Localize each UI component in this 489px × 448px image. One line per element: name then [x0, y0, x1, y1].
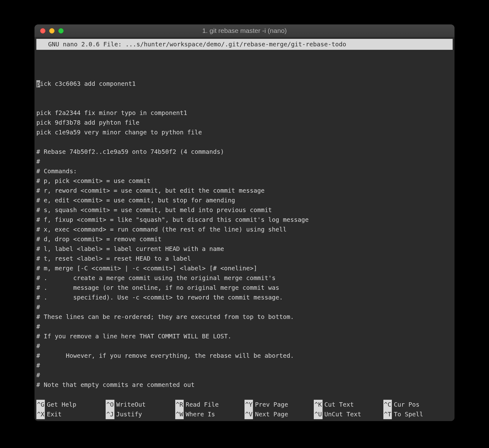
shortcut-label: Justify	[114, 409, 142, 419]
close-icon[interactable]	[40, 28, 45, 34]
editor-line[interactable]: # However, if you remove everything, the…	[36, 351, 453, 361]
editor-line[interactable]: # . message (or the oneline, if no origi…	[36, 283, 453, 293]
shortcut-key: ^G	[36, 400, 45, 409]
editor-line[interactable]: pick c1e9a59 very minor change to python…	[36, 128, 453, 137]
editor-line[interactable]: # p, pick <commit> = use commit	[36, 176, 453, 186]
shortcut-key: ^Y	[244, 400, 253, 409]
shortcut-key: ^V	[244, 409, 253, 419]
shortcut-label: Exit	[45, 409, 61, 419]
editor-line[interactable]: # d, drop <commit> = remove commit	[36, 234, 453, 244]
shortcut-item: ^KCut Text	[314, 400, 383, 409]
terminal-area[interactable]: GNU nano 2.0.6 File: ...s/hunter/workspa…	[34, 39, 455, 421]
terminal-window: 1. git rebase master -i (nano) GNU nano …	[34, 24, 455, 421]
shortcut-key: ^J	[106, 409, 114, 419]
shortcut-label: WriteOut	[114, 400, 146, 409]
titlebar: 1. git rebase master -i (nano)	[34, 24, 455, 37]
minimize-icon[interactable]	[49, 28, 55, 34]
editor-line[interactable]: #	[36, 157, 453, 166]
editor-line[interactable]: # Commands:	[36, 166, 453, 176]
shortcut-label: UnCut Text	[323, 409, 361, 419]
editor-line-1-rest: ick c3c6063 add component1	[40, 80, 136, 87]
shortcut-item: ^CCur Pos	[383, 400, 453, 409]
editor-line[interactable]: # m, merge [-C <commit> | -c <commit>] <…	[36, 263, 453, 273]
shortcut-label: Cur Pos	[392, 400, 419, 409]
shortcut-label: Next Page	[253, 409, 288, 419]
shortcut-item: ^VNext Page	[244, 409, 314, 419]
shortcut-key: ^U	[314, 409, 322, 419]
editor-line[interactable]: pick f2a2344 fix minor typo in component…	[36, 108, 453, 118]
shortcut-key: ^W	[175, 409, 184, 419]
editor-line[interactable]: # . specified). Use -c <commit> to rewor…	[36, 293, 453, 302]
shortcut-label: Prev Page	[253, 400, 288, 409]
shortcut-label: Cut Text	[323, 400, 354, 409]
shortcut-item: ^JJustify	[106, 409, 175, 419]
shortcut-key: ^X	[36, 409, 45, 419]
shortcut-key: ^T	[383, 409, 392, 419]
editor-line[interactable]: # These lines can be re-ordered; they ar…	[36, 312, 453, 322]
editor-line[interactable]: pick 9df3b78 add pyhton file	[36, 118, 453, 128]
shortcut-label: Where Is	[184, 409, 215, 419]
editor-line[interactable]: # s, squash <commit> = use commit, but m…	[36, 205, 453, 215]
cursor: p	[36, 80, 40, 87]
editor-line[interactable]: # e, edit <commit> = use commit, but sto…	[36, 195, 453, 205]
window-title: 1. git rebase master -i (nano)	[34, 27, 455, 34]
editor-line[interactable]: # If you remove a line here THAT COMMIT …	[36, 331, 453, 341]
editor-line[interactable]: #	[36, 370, 453, 380]
shortcut-label: To Spell	[392, 409, 423, 419]
editor-line[interactable]: # . create a merge commit using the orig…	[36, 273, 453, 283]
editor-line[interactable]: # r, reword <commit> = use commit, but e…	[36, 186, 453, 195]
nano-header: GNU nano 2.0.6 File: ...s/hunter/workspa…	[36, 39, 453, 50]
editor-line[interactable]: # x, exec <command> = run command (the r…	[36, 225, 453, 234]
nano-header-prefix: GNU nano 2.0.6 File:	[41, 41, 125, 48]
shortcut-item: ^UUnCut Text	[314, 409, 383, 419]
shortcut-label: Get Help	[45, 400, 76, 409]
shortcut-item: ^OWriteOut	[106, 400, 175, 409]
editor-line[interactable]: # Rebase 74b50f2..c1e9a59 onto 74b50f2 (…	[36, 147, 453, 157]
shortcut-item: ^TTo Spell	[383, 409, 453, 419]
editor-body[interactable]: pick c3c6063 add component1 pick f2a2344…	[34, 60, 455, 409]
editor-line[interactable]: #	[36, 341, 453, 351]
shortcut-item: ^RRead File	[175, 400, 244, 409]
editor-line-1[interactable]: pick c3c6063 add component1	[36, 79, 453, 89]
editor-line[interactable]: # f, fixup <commit> = like "squash", but…	[36, 215, 453, 225]
shortcut-item: ^YPrev Page	[244, 400, 314, 409]
editor-line[interactable]: #	[36, 302, 453, 312]
shortcut-key: ^C	[383, 400, 392, 409]
editor-line[interactable]: # l, label <label> = label current HEAD …	[36, 244, 453, 254]
shortcut-key: ^K	[314, 400, 322, 409]
editor-line[interactable]: # Note that empty commits are commented …	[36, 380, 453, 390]
editor-line[interactable]: #	[36, 322, 453, 331]
nano-file-path: ...s/hunter/workspace/demo/.git/rebase-m…	[125, 41, 346, 48]
traffic-lights	[40, 28, 64, 34]
shortcut-label: Read File	[184, 400, 219, 409]
editor-line[interactable]	[36, 137, 453, 147]
shortcut-key: ^R	[175, 400, 184, 409]
shortcut-key: ^O	[106, 400, 114, 409]
shortcuts-bar: ^GGet Help^OWriteOut^RRead File^YPrev Pa…	[36, 400, 453, 419]
maximize-icon[interactable]	[58, 28, 64, 34]
editor-line[interactable]: #	[36, 361, 453, 370]
shortcut-item: ^WWhere Is	[175, 409, 244, 419]
shortcut-item: ^GGet Help	[36, 400, 106, 409]
shortcut-item: ^XExit	[36, 409, 106, 419]
editor-line[interactable]: # t, reset <label> = reset HEAD to a lab…	[36, 254, 453, 263]
